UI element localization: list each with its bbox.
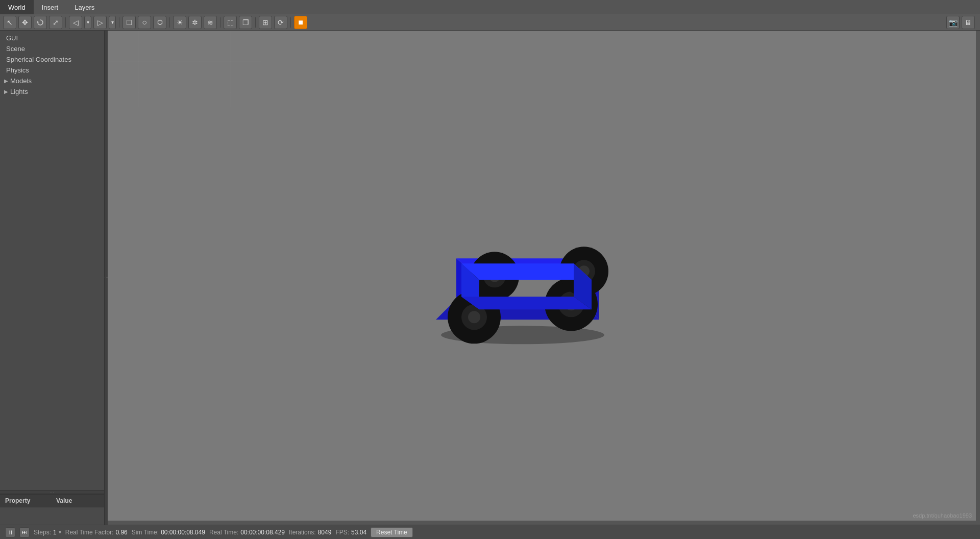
iterations-value: 8049 xyxy=(318,529,332,536)
simtime-item: Sim Time: 00:00:00:08.049 xyxy=(132,529,205,536)
sidebar-item-scene[interactable]: Scene xyxy=(0,43,104,54)
sphere-shape[interactable]: ○ xyxy=(138,16,151,29)
viewport[interactable]: esdp.tnt/quhaobao1993 xyxy=(108,31,980,525)
copy-btn[interactable]: ⬚ xyxy=(224,16,237,29)
svg-rect-2 xyxy=(108,31,261,107)
sep6 xyxy=(290,17,291,28)
rtf-item: Real Time Factor: 0.96 xyxy=(65,529,128,536)
paste-btn[interactable]: ❐ xyxy=(239,16,252,29)
scene-label: Scene xyxy=(6,45,25,53)
screenshot-btn[interactable]: 📷 xyxy=(946,16,960,29)
models-arrow-icon: ▶ xyxy=(4,78,8,84)
rotate-tool[interactable] xyxy=(34,16,47,29)
scene-model xyxy=(415,187,630,352)
reset-time-btn[interactable]: Reset Time xyxy=(371,527,413,537)
realtime-value: 00:00:00:08.429 xyxy=(240,529,285,536)
cylinder-shape[interactable]: ⬡ xyxy=(153,16,166,29)
tab-layers[interactable]: Layers xyxy=(66,0,103,14)
properties-panel: Property Value xyxy=(0,494,104,525)
sidebar-item-physics[interactable]: Physics xyxy=(0,65,104,76)
rotate-icon xyxy=(37,19,44,26)
align-btn[interactable]: ⊞ xyxy=(259,16,272,29)
steps-dropdown[interactable]: ▾ xyxy=(59,529,61,535)
undo-btn[interactable]: ◁ xyxy=(69,16,82,29)
snap-btn[interactable]: ⟳ xyxy=(274,16,287,29)
sidebar-item-gui[interactable]: GUI xyxy=(0,33,104,43)
spot-light[interactable]: ✲ xyxy=(188,16,202,29)
svg-marker-0 xyxy=(37,21,39,22)
viewport-scrollbar-bottom[interactable] xyxy=(108,521,980,525)
fps-item: FPS: 53.04 xyxy=(335,529,366,536)
viewport-scrollbar-right[interactable] xyxy=(976,31,980,525)
lights-arrow-icon: ▶ xyxy=(4,89,8,94)
property-col-header: Property xyxy=(0,496,51,506)
main-area: GUI Scene Spherical Coordinates Physics … xyxy=(0,31,980,525)
sidebar-item-models[interactable]: ▶ Models xyxy=(0,76,104,86)
svg-marker-26 xyxy=(461,297,592,309)
point-light[interactable]: ☀ xyxy=(173,16,186,29)
tab-insert[interactable]: Insert xyxy=(34,0,67,14)
lights-label: Lights xyxy=(10,88,28,95)
resize-handle[interactable]: ··· xyxy=(0,490,104,494)
status-bar: ⏸ ⏭ Steps: 1 ▾ Real Time Factor: 0.96 Si… xyxy=(0,525,980,539)
scale-tool[interactable]: ⤢ xyxy=(49,16,62,29)
realtime-label: Real Time: xyxy=(209,529,238,536)
gui-label: GUI xyxy=(6,34,18,42)
svg-marker-23 xyxy=(461,263,592,280)
spherical-label: Spherical Coordinates xyxy=(6,56,71,63)
menu-bar: World Insert Layers xyxy=(0,0,980,14)
steps-label: Steps: xyxy=(34,529,51,536)
undo-arrow[interactable]: ▾ xyxy=(84,16,91,29)
simtime-label: Sim Time: xyxy=(132,529,159,536)
grid-canvas xyxy=(108,31,261,107)
iterations-item: Iterations: 8049 xyxy=(289,529,331,536)
redo-arrow[interactable]: ▾ xyxy=(109,16,116,29)
redo-btn[interactable]: ▷ xyxy=(93,16,107,29)
iterations-label: Iterations: xyxy=(289,529,316,536)
sep3 xyxy=(169,17,170,28)
value-col-header: Value xyxy=(51,496,77,506)
properties-header: Property Value xyxy=(0,495,104,507)
fps-label: FPS: xyxy=(335,529,349,536)
step-forward-btn[interactable]: ⏭ xyxy=(19,527,30,537)
sidebar-item-lights[interactable]: ▶ Lights xyxy=(0,86,104,97)
sidebar-tree: GUI Scene Spherical Coordinates Physics … xyxy=(0,31,104,490)
rtf-label: Real Time Factor: xyxy=(65,529,114,536)
fps-value: 53.04 xyxy=(351,529,366,536)
sep1 xyxy=(65,17,66,28)
translate-tool[interactable]: ✥ xyxy=(18,16,32,29)
sep2 xyxy=(119,17,119,28)
simtime-value: 00:00:00:08.049 xyxy=(161,529,205,536)
rtf-value: 0.96 xyxy=(115,529,127,536)
car-svg xyxy=(415,187,630,350)
pause-btn[interactable]: ⏸ xyxy=(5,527,15,537)
sep4 xyxy=(220,17,220,28)
sidebar: GUI Scene Spherical Coordinates Physics … xyxy=(0,31,105,525)
select-tool[interactable]: ↖ xyxy=(3,16,16,29)
physics-label: Physics xyxy=(6,66,29,74)
color-btn[interactable]: ■ xyxy=(294,16,307,29)
tab-world[interactable]: World xyxy=(0,0,34,14)
sep5 xyxy=(255,17,256,28)
sidebar-item-spherical[interactable]: Spherical Coordinates xyxy=(0,54,104,65)
realtime-item: Real Time: 00:00:00:08.429 xyxy=(209,529,285,536)
watermark: esdp.tnt/quhaobao1993 xyxy=(913,512,972,519)
directional-light[interactable]: ≋ xyxy=(204,16,217,29)
top-right-icons: 📷 🖥 xyxy=(946,16,977,29)
monitor-btn[interactable]: 🖥 xyxy=(962,16,975,29)
svg-point-13 xyxy=(468,311,480,323)
box-shape[interactable]: □ xyxy=(122,16,136,29)
steps-item: Steps: 1 ▾ xyxy=(34,529,61,536)
models-label: Models xyxy=(10,77,32,85)
steps-value: 1 xyxy=(53,529,57,536)
toolbar: ↖ ✥ ⤢ ◁ ▾ ▷ ▾ □ ○ ⬡ ☀ ✲ ≋ ⬚ ❐ ⊞ ⟳ ■ 📷 🖥 xyxy=(0,14,980,31)
